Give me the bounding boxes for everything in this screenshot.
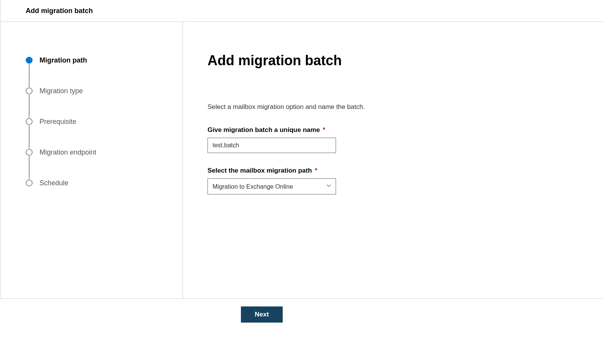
step-label: Schedule [40,179,68,187]
step-label: Prerequisite [40,118,76,126]
step-label: Migration endpoint [40,148,96,156]
step-migration-endpoint[interactable]: Migration endpoint [26,137,183,168]
next-button[interactable]: Next [241,306,283,323]
step-circle-icon [26,118,33,125]
batch-name-label: Give migration batch a unique name * [208,126,603,134]
batch-name-field-group: Give migration batch a unique name * [208,126,603,153]
step-label: Migration path [40,56,87,64]
wizard-header-title: Add migration batch [26,7,93,15]
step-schedule[interactable]: Schedule [26,168,183,198]
step-circle-icon [26,57,33,64]
required-asterisk: * [315,167,318,174]
step-connector-line [29,125,30,148]
wizard-body: Migration path Migration type Prerequisi… [0,22,603,298]
page-title: Add migration batch [208,53,603,69]
step-migration-path[interactable]: Migration path [26,45,183,76]
batch-name-label-text: Give migration batch a unique name [208,126,320,133]
migration-path-select[interactable]: Migration to Exchange Online [208,178,336,194]
step-circle-icon [26,87,33,94]
step-connector-line [29,95,30,118]
step-connector-line [29,156,30,179]
batch-name-input[interactable] [208,138,336,153]
step-label: Migration type [40,87,83,95]
wizard-sidebar: Migration path Migration type Prerequisi… [0,22,183,298]
required-asterisk: * [323,126,326,133]
wizard-footer: Next [0,298,603,323]
migration-path-label-text: Select the mailbox migration path [208,167,312,174]
page-subtitle: Select a mailbox migration option and na… [208,103,603,111]
migration-path-field-group: Select the mailbox migration path * Migr… [208,167,603,194]
wizard-header: Add migration batch [0,0,603,22]
step-prerequisite[interactable]: Prerequisite [26,106,183,137]
migration-path-label: Select the mailbox migration path * [208,167,603,175]
step-circle-icon [26,149,33,156]
step-circle-icon [26,180,33,186]
step-migration-type[interactable]: Migration type [26,76,183,106]
wizard-steps: Migration path Migration type Prerequisi… [26,45,183,198]
step-connector-line [29,64,30,87]
wizard-main: Add migration batch Select a mailbox mig… [183,22,603,298]
migration-path-select-wrap: Migration to Exchange Online [208,178,336,194]
